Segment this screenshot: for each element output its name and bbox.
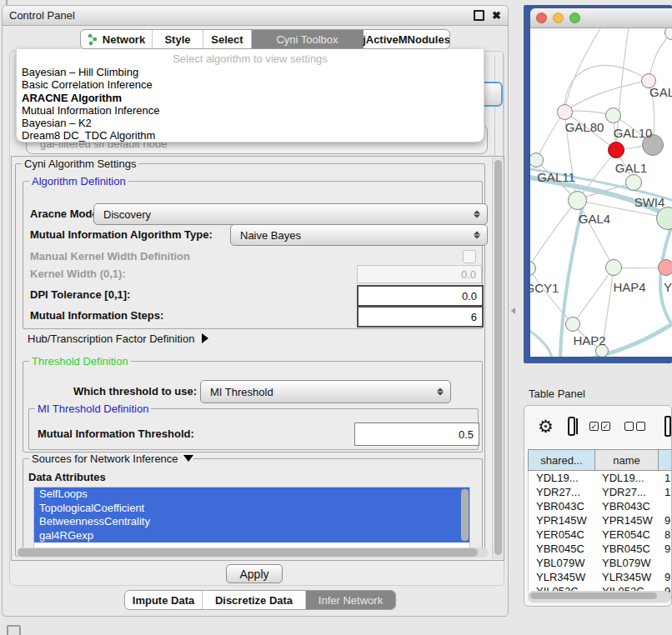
table-row[interactable]: YBR045C YBR045C 9. bbox=[529, 542, 672, 556]
list-item[interactable]: SelfLoops bbox=[34, 488, 469, 502]
kernel-width-value: 0.0 bbox=[461, 268, 476, 281]
node-label: HAP2 bbox=[564, 333, 614, 348]
table-row[interactable]: YBR043C YBR043C bbox=[529, 499, 672, 513]
horizontal-scrollbar-thumb[interactable] bbox=[18, 548, 478, 557]
kernel-width-input[interactable]: 0.0 bbox=[357, 265, 482, 283]
manual-kernel-label: Manual Kernel Width Definition bbox=[30, 250, 190, 262]
data-attributes-list: SelfLoops TopologicalCoefficient Between… bbox=[33, 487, 470, 548]
apply-button[interactable]: Apply bbox=[226, 564, 283, 583]
table-row[interactable]: YPR145W YPR145W 9. bbox=[529, 513, 672, 528]
table-row[interactable]: YDR27... YDR27... 12 bbox=[529, 485, 672, 499]
cell-shared: YPR145W bbox=[529, 513, 594, 528]
tab-select[interactable]: Select bbox=[203, 30, 252, 48]
column-header-shared[interactable]: shared... bbox=[528, 449, 594, 471]
mi-threshold-group: MI Threshold Definition Mutual Informati… bbox=[28, 408, 479, 450]
table-toolbar: ⚙ ✓✓ bbox=[524, 406, 671, 446]
node-label: GAL10 bbox=[608, 126, 658, 140]
cell-value: 9. bbox=[657, 570, 672, 584]
mi-threshold-input[interactable]: 0.5 bbox=[354, 422, 479, 446]
network-canvas[interactable]: GAL GAL80 GAL10 GAL1 GAL11 SWI4 GAL4 GCY… bbox=[530, 28, 672, 357]
table-row[interactable]: YBL079W YBL079W bbox=[529, 556, 672, 570]
tab-jactivemnodules[interactable]: jActiveMNodules bbox=[364, 30, 449, 48]
expand-right-icon bbox=[202, 333, 208, 343]
splitter-collapse-icon[interactable] bbox=[511, 308, 515, 314]
cell-name: YLR345W bbox=[594, 570, 657, 584]
float-window-icon[interactable] bbox=[474, 10, 484, 21]
vertical-scrollbar[interactable] bbox=[492, 158, 503, 559]
dpi-tolerance-input[interactable]: 0.0 bbox=[357, 285, 484, 307]
vertical-scrollbar-thumb[interactable] bbox=[494, 160, 502, 555]
dropdown-item[interactable]: Bayesian – K2 bbox=[17, 117, 484, 129]
table-row[interactable]: YLR345W YLR345W 9. bbox=[529, 570, 672, 584]
list-scrollbar-thumb[interactable] bbox=[461, 489, 469, 541]
column-header-name[interactable]: name bbox=[594, 449, 658, 471]
mi-steps-input[interactable]: 6 bbox=[357, 306, 484, 328]
table-horizontal-scrollbar[interactable] bbox=[528, 591, 671, 602]
mi-algorithm-type-label: Mutual Information Algorithm Type: bbox=[30, 228, 213, 241]
document-icon[interactable] bbox=[664, 416, 671, 437]
network-node-swi4[interactable] bbox=[625, 174, 642, 191]
mi-threshold-group-title: MI Threshold Definition bbox=[35, 402, 151, 415]
network-node-y[interactable] bbox=[658, 259, 672, 276]
tab-cyni-toolbox[interactable]: Cyni Toolbox bbox=[252, 30, 364, 48]
sources-group: Sources for Network Inference Data Attri… bbox=[23, 458, 483, 558]
manual-kernel-checkbox[interactable] bbox=[463, 250, 476, 263]
close-icon[interactable]: ✖ bbox=[492, 10, 501, 21]
list-item[interactable]: BetweennessCentrality bbox=[34, 515, 469, 529]
network-node-gal1[interactable] bbox=[608, 142, 624, 158]
cell-value: 13 bbox=[657, 471, 672, 485]
dropdown-item[interactable]: Mutual Information Inference bbox=[17, 104, 484, 117]
bottom-tabbar: Impute Data Discretize Data Infer Networ… bbox=[124, 590, 396, 610]
column-header[interactable] bbox=[658, 449, 672, 471]
tab-impute-data[interactable]: Impute Data bbox=[125, 591, 203, 609]
table-horizontal-scrollbar-thumb[interactable] bbox=[530, 592, 657, 599]
background-panel-edge bbox=[503, 52, 504, 159]
tab-style[interactable]: Style bbox=[153, 30, 203, 48]
table-row[interactable]: YER054C YER054C 8. bbox=[529, 528, 672, 542]
cell-value: 12 bbox=[657, 485, 672, 499]
network-node-gal80[interactable] bbox=[557, 104, 573, 120]
zoom-traffic-light-icon[interactable] bbox=[569, 12, 580, 23]
node-label: GCY1 bbox=[530, 281, 567, 295]
aracne-mode-combo[interactable]: Discovery bbox=[93, 203, 488, 225]
aracne-mode-label: Aracne Mode: bbox=[30, 208, 102, 220]
dropdown-item[interactable]: Bayesian – Hill Climbing bbox=[17, 66, 484, 78]
hub-definition-expander[interactable]: Hub/Transcription Factor Definition bbox=[28, 332, 208, 345]
mi-algorithm-type-value: Naive Bayes bbox=[240, 229, 301, 242]
data-attributes-label: Data Attributes bbox=[28, 471, 106, 483]
stepper-icon bbox=[437, 388, 444, 396]
network-node-hap4[interactable] bbox=[605, 259, 622, 276]
dpi-tolerance-label: DPI Tolerance [0,1]: bbox=[30, 288, 130, 301]
collapse-down-icon[interactable] bbox=[183, 455, 193, 462]
tab-infer-network[interactable]: Infer Network bbox=[306, 591, 395, 609]
tab-network[interactable]: Network bbox=[81, 30, 153, 48]
cell-name: YER054C bbox=[594, 528, 657, 542]
which-threshold-label: Which threshold to use: bbox=[73, 385, 197, 398]
network-node-hap2[interactable] bbox=[565, 317, 580, 332]
algorithm-definition-title: Algorithm Definition bbox=[29, 175, 128, 188]
split-columns-icon[interactable] bbox=[568, 417, 575, 436]
dropdown-item[interactable]: Dream8 DC_TDC Algorithm bbox=[17, 129, 484, 142]
dropdown-item[interactable]: Basic Correlation Inference bbox=[17, 78, 484, 91]
cell-value bbox=[657, 499, 672, 513]
mi-algorithm-type-combo[interactable]: Naive Bayes bbox=[230, 224, 488, 246]
collapsed-panel-icon[interactable] bbox=[7, 625, 21, 635]
close-traffic-light-icon[interactable] bbox=[536, 12, 547, 23]
tab-discretize-data[interactable]: Discretize Data bbox=[203, 591, 306, 609]
tab-discretize-data-label: Discretize Data bbox=[215, 594, 293, 607]
gear-icon[interactable]: ⚙ bbox=[538, 418, 554, 435]
minimize-traffic-light-icon[interactable] bbox=[553, 12, 564, 23]
algorithm-dropdown: Select algorithm to view settings Bayesi… bbox=[16, 49, 484, 142]
horizontal-scrollbar[interactable] bbox=[17, 548, 489, 558]
which-threshold-combo[interactable]: MI Threshold bbox=[200, 380, 451, 403]
dropdown-item-selected[interactable]: ARACNE Algorithm bbox=[17, 92, 484, 104]
control-panel-tabbar: Network Style Select Cyni Toolbox jActiv… bbox=[80, 29, 450, 49]
network-node-gal4[interactable] bbox=[568, 191, 587, 210]
table-row[interactable]: YDL19... YDL19... 13 bbox=[529, 471, 672, 485]
deselect-all-checkboxes-icon[interactable] bbox=[624, 422, 645, 431]
network-window-titlebar bbox=[530, 8, 672, 28]
mi-threshold-value: 0.5 bbox=[459, 428, 474, 441]
list-item[interactable]: TopologicalCoefficient bbox=[34, 502, 469, 516]
select-all-checkboxes-icon[interactable]: ✓✓ bbox=[589, 422, 610, 431]
list-item[interactable]: gal4RGexp bbox=[34, 529, 469, 543]
